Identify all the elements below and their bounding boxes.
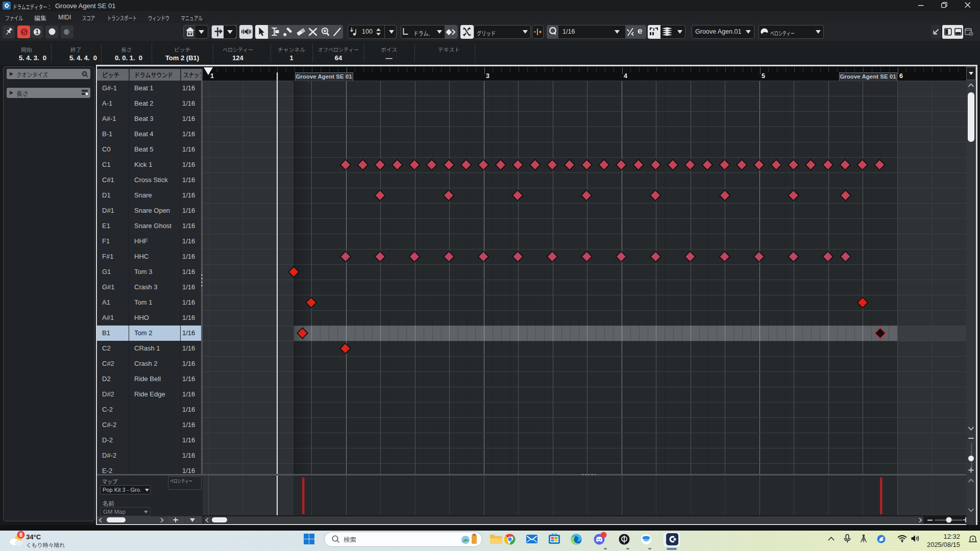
- svg-text:Q: Q: [83, 72, 86, 76]
- svg-text:S: S: [22, 29, 26, 36]
- svg-text:z: z: [972, 537, 974, 541]
- svg-text:1: 1: [35, 29, 39, 36]
